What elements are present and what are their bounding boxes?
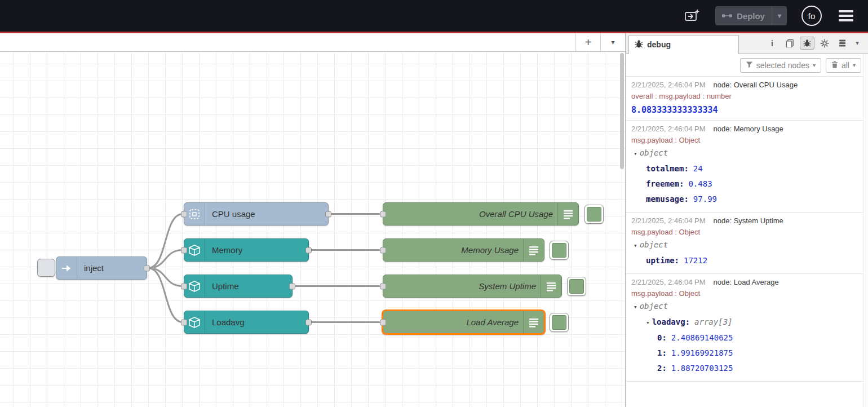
input-port[interactable] [380,247,386,253]
canvas-scrollbar-thumb[interactable] [620,53,624,169]
debug-console-icon [523,239,544,261]
object-type-label: object [640,302,668,311]
node-label: System Uptime [383,275,541,297]
info-sidebar-icon[interactable]: i [765,37,780,50]
wire[interactable] [148,250,183,268]
context-data-icon[interactable] [835,37,849,50]
debug-enable-toggle[interactable] [567,277,586,296]
node-label: Uptime [205,275,292,297]
debug-filter-button[interactable]: selected nodes ▾ [740,58,821,73]
input-port[interactable] [181,211,187,217]
array-index: 0: [657,333,667,342]
message-property-path: msg.payload : Object [631,227,863,237]
main-header: Deploy ▾ fo [0,0,868,32]
menu-bar [839,10,853,12]
node-cpu-usage[interactable]: CPU usage [184,202,329,225]
toggle-state [552,243,566,258]
object-value: 24 [693,164,703,173]
output-port[interactable] [305,319,312,325]
inject-trigger-button[interactable] [37,259,55,277]
deploy-icon [722,11,732,21]
node-label: Loadavg [205,311,308,333]
message-timestamp: 2/21/2025, 2:46:04 PM [631,80,706,90]
filter-caret-icon: ▾ [813,62,816,68]
debug-enable-toggle[interactable] [550,241,569,260]
debug-sidebar-icon[interactable] [800,37,814,50]
debug-message[interactable]: 2/21/2025, 2:46:04 PM node: Overall CPU … [626,77,868,121]
collapse-caret-icon[interactable]: ▾ [646,319,650,326]
debug-message[interactable]: 2/21/2025, 2:46:04 PM node: Load Average… [626,274,868,382]
canvas-scrollbar[interactable] [619,52,625,407]
output-port[interactable] [325,211,331,217]
help-docs-icon[interactable] [782,37,797,50]
debug-enable-toggle[interactable] [550,313,569,332]
sidebar-scrollbar[interactable] [863,54,868,407]
node-label: Overall CPU Usage [383,203,557,225]
message-property-path: msg.payload : Object [631,288,863,299]
node-debug-load-average[interactable]: Load Average [382,309,546,335]
object-key: loadavg: [652,317,690,326]
deploy-button[interactable]: Deploy ▾ [715,6,787,25]
filter-funnel-icon [746,61,753,70]
message-value: 8.083333333333334 [631,105,863,115]
add-flow-button[interactable]: + [575,33,600,51]
message-source-node: node: System Uptime [714,216,783,226]
node-inject[interactable]: inject [56,256,147,280]
wire[interactable] [148,268,183,286]
menu-bar [839,19,853,21]
toggle-state [569,279,584,294]
input-port[interactable] [380,319,386,325]
toggle-state [552,315,566,330]
flow-list-button[interactable]: ▾ [600,33,625,51]
input-port[interactable] [380,211,386,217]
config-gear-icon[interactable] [817,37,832,50]
message-timestamp: 2/21/2025, 2:46:04 PM [631,124,706,134]
node-debug-memory[interactable]: Memory Usage [383,238,544,262]
output-port[interactable] [289,283,295,289]
input-port[interactable] [181,247,187,253]
node-debug-uptime[interactable]: System Uptime [383,275,562,298]
collapse-caret-icon[interactable]: ▾ [634,150,637,157]
user-avatar[interactable]: fo [801,6,822,26]
inject-icon [56,257,77,279]
node-uptime[interactable]: Uptime [184,275,293,298]
main-menu-button[interactable] [836,8,856,24]
clear-label: all [842,61,849,70]
deploy-options-caret[interactable]: ▾ [772,6,787,25]
output-port[interactable] [144,265,150,271]
debug-message[interactable]: 2/21/2025, 2:46:04 PM node: System Uptim… [626,213,868,274]
debug-messages-list: 2/21/2025, 2:46:04 PM node: Overall CPU … [626,77,868,407]
debug-message[interactable]: 2/21/2025, 2:46:04 PM node: Memory Usage… [626,121,868,213]
input-port[interactable] [181,283,187,289]
collapse-caret-icon[interactable]: ▾ [634,242,637,249]
sidebar-more-caret[interactable]: ▾ [852,37,862,50]
array-index: 2: [657,364,667,373]
os-cube-icon [184,275,205,297]
debug-clear-button[interactable]: all ▾ [826,58,861,73]
os-cube-icon [184,311,205,333]
collapse-caret-icon[interactable]: ▾ [634,303,637,311]
node-loadavg[interactable]: Loadavg [184,311,309,334]
flow-canvas[interactable]: inject CPU usage [0,52,625,407]
debug-enable-toggle[interactable] [584,205,604,224]
object-value: 97.99 [693,194,717,203]
node-debug-overall-cpu[interactable]: Overall CPU Usage [383,202,579,225]
input-port[interactable] [380,283,386,289]
node-label: inject [77,257,147,279]
ai-assistant-icon[interactable] [684,8,701,24]
object-key: freemem: [646,179,684,188]
debug-console-icon [557,203,578,225]
node-label: Memory Usage [383,239,523,261]
output-port[interactable] [305,247,312,253]
tab-debug[interactable]: debug [628,35,739,54]
debug-console-icon [523,311,544,333]
node-label: CPU usage [205,203,328,225]
cpu-chip-icon [184,203,205,225]
node-label: Memory [205,239,308,261]
input-port[interactable] [181,319,187,325]
workspace-panel: + ▾ [0,33,626,407]
node-memory[interactable]: Memory [184,238,309,262]
array-value: 2.40869140625 [671,333,733,342]
user-initials: fo [808,11,816,21]
object-type-label: object [640,148,668,157]
